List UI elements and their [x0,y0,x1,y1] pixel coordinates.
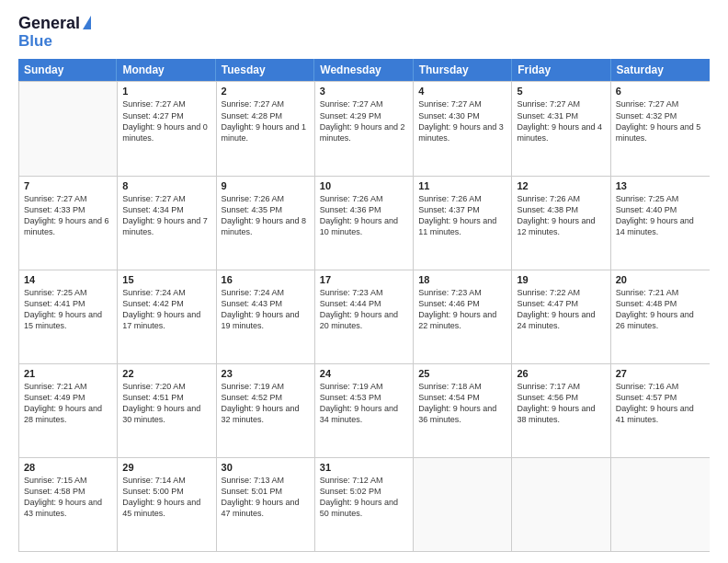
day-number: 29 [122,462,210,473]
day-info: Sunrise: 7:20 AMSunset: 4:51 PMDaylight:… [122,381,210,426]
header: General Blue [18,15,710,50]
day-info: Sunrise: 7:27 AMSunset: 4:28 PMDaylight:… [222,98,310,144]
day-info: Sunrise: 7:23 AMSunset: 4:46 PMDaylight:… [418,287,506,332]
day-number: 16 [222,274,310,285]
day-cell-13: 13Sunrise: 7:25 AMSunset: 4:40 PMDayligh… [611,177,710,270]
day-number: 4 [418,86,506,97]
day-cell-7: 7Sunrise: 7:27 AMSunset: 4:33 PMDaylight… [19,177,118,270]
day-cell-6: 6Sunrise: 7:27 AMSunset: 4:32 PMDaylight… [611,82,710,175]
day-cell-5: 5Sunrise: 7:27 AMSunset: 4:31 PMDaylight… [512,82,610,175]
day-cell-28: 28Sunrise: 7:15 AMSunset: 4:58 PMDayligh… [19,458,118,551]
day-cell-20: 20Sunrise: 7:21 AMSunset: 4:48 PMDayligh… [611,270,710,363]
day-number: 13 [616,180,705,191]
week-row-1: 1Sunrise: 7:27 AMSunset: 4:27 PMDaylight… [19,82,710,176]
day-info: Sunrise: 7:26 AMSunset: 4:36 PMDaylight:… [320,193,408,238]
day-cell-10: 10Sunrise: 7:26 AMSunset: 4:36 PMDayligh… [315,177,414,270]
day-cell-14: 14Sunrise: 7:25 AMSunset: 4:41 PMDayligh… [19,270,118,363]
day-cell-29: 29Sunrise: 7:14 AMSunset: 5:00 PMDayligh… [118,458,216,551]
day-cell-23: 23Sunrise: 7:19 AMSunset: 4:52 PMDayligh… [217,364,315,457]
day-number: 18 [418,274,506,285]
header-saturday: Saturday [611,59,710,81]
day-cell-11: 11Sunrise: 7:26 AMSunset: 4:37 PMDayligh… [414,177,512,270]
empty-cell-4-6 [611,458,710,551]
day-number: 2 [222,86,310,97]
day-number: 27 [616,368,705,379]
day-info: Sunrise: 7:21 AMSunset: 4:49 PMDaylight:… [24,381,112,426]
day-number: 19 [517,274,605,285]
day-cell-26: 26Sunrise: 7:17 AMSunset: 4:56 PMDayligh… [512,364,610,457]
day-info: Sunrise: 7:12 AMSunset: 5:02 PMDaylight:… [320,475,408,520]
day-number: 8 [122,180,210,191]
empty-cell-4-5 [512,458,610,551]
day-info: Sunrise: 7:27 AMSunset: 4:34 PMDaylight:… [122,193,210,238]
calendar-body: 1Sunrise: 7:27 AMSunset: 4:27 PMDaylight… [18,81,710,552]
day-number: 12 [517,180,605,191]
day-cell-22: 22Sunrise: 7:20 AMSunset: 4:51 PMDayligh… [118,364,216,457]
day-info: Sunrise: 7:27 AMSunset: 4:27 PMDaylight:… [122,98,210,144]
day-number: 21 [24,368,112,379]
day-info: Sunrise: 7:24 AMSunset: 4:42 PMDaylight:… [122,287,210,332]
day-number: 26 [517,368,605,379]
day-info: Sunrise: 7:23 AMSunset: 4:44 PMDaylight:… [320,287,408,332]
day-info: Sunrise: 7:15 AMSunset: 4:58 PMDaylight:… [24,475,112,520]
logo: General Blue [18,15,91,50]
header-monday: Monday [117,59,215,81]
day-number: 28 [24,462,112,473]
day-cell-12: 12Sunrise: 7:26 AMSunset: 4:38 PMDayligh… [512,177,610,270]
day-info: Sunrise: 7:21 AMSunset: 4:48 PMDaylight:… [616,287,705,332]
day-number: 14 [24,274,112,285]
day-info: Sunrise: 7:25 AMSunset: 4:41 PMDaylight:… [24,287,112,332]
empty-cell-0-0 [19,82,118,175]
day-cell-2: 2Sunrise: 7:27 AMSunset: 4:28 PMDaylight… [217,82,315,175]
day-number: 25 [418,368,506,379]
day-info: Sunrise: 7:27 AMSunset: 4:30 PMDaylight:… [418,98,506,144]
header-thursday: Thursday [414,59,512,81]
day-number: 23 [222,368,310,379]
day-cell-18: 18Sunrise: 7:23 AMSunset: 4:46 PMDayligh… [414,270,512,363]
day-info: Sunrise: 7:27 AMSunset: 4:32 PMDaylight:… [616,98,705,144]
day-number: 20 [616,274,705,285]
day-info: Sunrise: 7:22 AMSunset: 4:47 PMDaylight:… [517,287,605,332]
day-number: 30 [222,462,310,473]
day-cell-21: 21Sunrise: 7:21 AMSunset: 4:49 PMDayligh… [19,364,118,457]
day-info: Sunrise: 7:14 AMSunset: 5:00 PMDaylight:… [122,475,210,520]
header-friday: Friday [512,59,610,81]
day-cell-25: 25Sunrise: 7:18 AMSunset: 4:54 PMDayligh… [414,364,512,457]
day-number: 31 [320,462,408,473]
day-number: 9 [222,180,310,191]
calendar-header: SundayMondayTuesdayWednesdayThursdayFrid… [18,59,710,81]
week-row-3: 14Sunrise: 7:25 AMSunset: 4:41 PMDayligh… [19,270,710,364]
day-cell-1: 1Sunrise: 7:27 AMSunset: 4:27 PMDaylight… [118,82,216,175]
day-cell-24: 24Sunrise: 7:19 AMSunset: 4:53 PMDayligh… [315,364,414,457]
day-info: Sunrise: 7:27 AMSunset: 4:29 PMDaylight:… [320,98,408,144]
day-number: 7 [24,180,112,191]
day-info: Sunrise: 7:19 AMSunset: 4:52 PMDaylight:… [222,381,310,426]
day-info: Sunrise: 7:17 AMSunset: 4:56 PMDaylight:… [517,381,605,426]
day-cell-15: 15Sunrise: 7:24 AMSunset: 4:42 PMDayligh… [118,270,216,363]
calendar: SundayMondayTuesdayWednesdayThursdayFrid… [18,59,710,552]
empty-cell-4-4 [414,458,512,551]
day-info: Sunrise: 7:27 AMSunset: 4:31 PMDaylight:… [517,98,605,144]
day-info: Sunrise: 7:26 AMSunset: 4:38 PMDaylight:… [517,193,605,238]
day-cell-9: 9Sunrise: 7:26 AMSunset: 4:35 PMDaylight… [217,177,315,270]
week-row-2: 7Sunrise: 7:27 AMSunset: 4:33 PMDaylight… [19,177,710,270]
day-number: 10 [320,180,408,191]
week-row-5: 28Sunrise: 7:15 AMSunset: 4:58 PMDayligh… [19,458,710,552]
day-info: Sunrise: 7:18 AMSunset: 4:54 PMDaylight:… [418,381,506,426]
day-number: 5 [517,86,605,97]
day-info: Sunrise: 7:24 AMSunset: 4:43 PMDaylight:… [222,287,310,332]
day-info: Sunrise: 7:26 AMSunset: 4:35 PMDaylight:… [222,193,310,238]
day-cell-3: 3Sunrise: 7:27 AMSunset: 4:29 PMDaylight… [315,82,414,175]
day-info: Sunrise: 7:13 AMSunset: 5:01 PMDaylight:… [222,475,310,520]
day-info: Sunrise: 7:27 AMSunset: 4:33 PMDaylight:… [24,193,112,238]
day-cell-19: 19Sunrise: 7:22 AMSunset: 4:47 PMDayligh… [512,270,610,363]
day-cell-30: 30Sunrise: 7:13 AMSunset: 5:01 PMDayligh… [217,458,315,551]
day-number: 22 [122,368,210,379]
day-number: 17 [320,274,408,285]
header-sunday: Sunday [18,59,117,81]
day-cell-8: 8Sunrise: 7:27 AMSunset: 4:34 PMDaylight… [118,177,216,270]
page: General Blue SundayMondayTuesdayWednesda… [0,0,728,563]
day-cell-17: 17Sunrise: 7:23 AMSunset: 4:44 PMDayligh… [315,270,414,363]
day-number: 15 [122,274,210,285]
week-row-4: 21Sunrise: 7:21 AMSunset: 4:49 PMDayligh… [19,364,710,458]
